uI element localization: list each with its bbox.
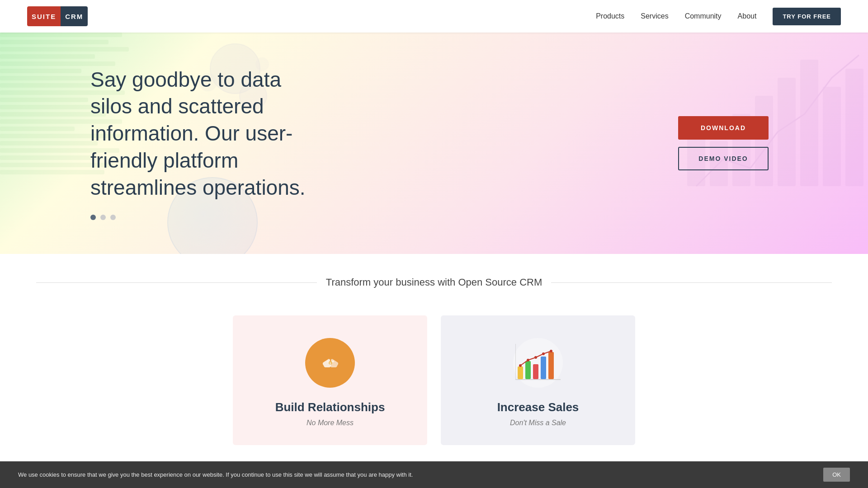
card-increase-sales-subtitle: Don't Miss a Sale [510,419,566,427]
svg-point-22 [527,359,529,361]
slide-dot-2[interactable] [100,215,106,220]
card-build-relationships: $ Build Relationships No More Mess [233,315,427,445]
nav-community[interactable]: Community [685,12,722,20]
try-for-free-button[interactable]: TRY FOR FREE [773,8,841,25]
card-build-relationships-title: Build Relationships [275,400,385,414]
handshake-icon: $ [316,348,345,378]
svg-point-23 [534,356,537,359]
section-divider: Transform your business with Open Source… [36,277,832,288]
svg-point-25 [550,350,552,352]
hero-cta: DOWNLOAD DEMO VIDEO [678,116,769,170]
cards-row: $ Build Relationships No More Mess [0,315,868,445]
slide-dot-1[interactable] [90,215,96,220]
svg-point-24 [542,352,545,355]
svg-point-21 [519,364,522,367]
svg-rect-10 [800,60,818,186]
download-button[interactable]: DOWNLOAD [678,116,769,140]
logo-crm-text: CRM [61,6,88,26]
nav-about[interactable]: About [738,12,757,20]
nav-links: Products Services Community About TRY FO… [596,8,841,25]
logo[interactable]: SUITE CRM [27,6,88,26]
card-increase-sales-title: Increase Sales [497,400,579,414]
nav-products[interactable]: Products [596,12,624,20]
demo-video-button[interactable]: DEMO VIDEO [678,147,769,170]
hero-content: Say goodbye to data silos and scattered … [0,66,316,221]
navbar: SUITE CRM Products Services Community Ab… [0,0,868,33]
slide-dot-3[interactable] [110,215,116,220]
logo-suite-text: SUITE [27,6,61,26]
nav-services[interactable]: Services [641,12,668,20]
chart-icon-wrapper [513,338,563,388]
svg-rect-20 [548,352,554,379]
hero-section: Say goodbye to data silos and scattered … [0,33,868,254]
svg-rect-16 [518,366,523,379]
svg-rect-9 [778,78,796,186]
handshake-icon-wrapper: $ [305,338,355,388]
chart-icon [515,344,561,382]
section-title: Transform your business with Open Source… [326,277,542,288]
transform-section: Transform your business with Open Source… [0,254,868,315]
svg-rect-19 [541,357,546,379]
card-increase-sales: Increase Sales Don't Miss a Sale [441,315,635,445]
svg-rect-18 [533,364,538,379]
svg-rect-17 [525,361,531,379]
card-build-relationships-subtitle: No More Mess [307,419,354,427]
hero-heading: Say goodbye to data silos and scattered … [90,66,316,202]
divider-line-right [551,282,832,283]
hero-dots [90,215,316,220]
svg-rect-11 [823,87,841,186]
divider-line-left [36,282,317,283]
svg-rect-12 [845,69,863,186]
